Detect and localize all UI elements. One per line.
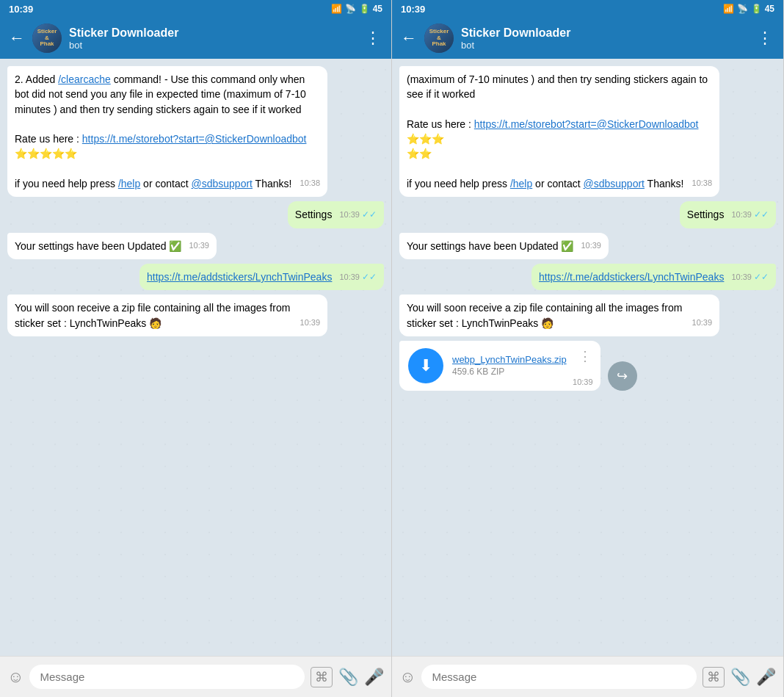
message-left-3: Your settings have been Updated ✅ 10:39 (7, 233, 217, 259)
sdbsupport-link-right[interactable]: @sdbsupport (584, 178, 645, 189)
attach-icon-left[interactable]: 📎 (338, 668, 358, 687)
wifi-icon-left: 📡 (345, 4, 356, 14)
header-info-right: Sticker Downloader bot (461, 26, 749, 51)
chat-header-right: ← Sticker&Phak Sticker Downloader bot ⋮ (392, 18, 783, 59)
input-bar-right: ☺ ⌘ 📎 🎤 (392, 656, 783, 697)
message-right-3: Your settings have been Updated ✅ 10:39 (399, 233, 609, 259)
sticker-icon-left[interactable]: ☺ (7, 668, 23, 687)
settings-updated-left: Your settings have been Updated ✅ (15, 240, 181, 252)
clearcache-link[interactable]: /clearcache (58, 73, 111, 85)
right-chat-panel: 10:39 📶 📡 🔋 45 ← Sticker&Phak Sticker Do… (392, 0, 784, 697)
file-download-icon[interactable]: ⬇ (408, 348, 443, 383)
time-msg-right-3: 10:39 (581, 240, 601, 252)
time-msg-right-2: 10:39 ✓✓ (731, 209, 769, 221)
time-msg-left-5: 10:39 (300, 317, 321, 329)
mic-icon-left[interactable]: 🎤 (364, 668, 384, 687)
double-check-right-4: ✓✓ (754, 272, 769, 282)
status-icons-right: 📶 📡 🔋 45 (723, 4, 774, 14)
settings-text-right: Settings (687, 209, 725, 220)
message-left-1: 2. Added /clearcache command! - Use this… (7, 66, 327, 197)
share-button-right[interactable]: ↪ (608, 361, 637, 391)
bot-label-right: bot (461, 40, 749, 51)
message-left-4: https://t.me/addstickers/LynchTwinPeaks … (139, 264, 384, 290)
message-input-left[interactable] (29, 665, 305, 689)
message-right-2: Settings 10:39 ✓✓ (680, 201, 776, 228)
attach-icon-right[interactable]: 📎 (730, 668, 750, 687)
double-check-right-2: ✓✓ (754, 209, 769, 220)
settings-updated-right: Your settings have been Updated ✅ (407, 240, 573, 252)
slash-icon-left[interactable]: ⌘ (311, 667, 333, 687)
zip-msg-right: You will soon receive a zip file contain… (407, 302, 682, 328)
help-link-left[interactable]: /help (118, 178, 140, 189)
status-icons-left: 📶 📡 🔋 45 (331, 4, 382, 14)
bot-name-left: Sticker Downloader (69, 26, 357, 40)
addstickers-link-right[interactable]: https://t.me/addstickers/LynchTwinPeaks (539, 271, 724, 283)
bot-name-right: Sticker Downloader (461, 26, 749, 40)
double-check-left-2: ✓✓ (362, 209, 377, 220)
file-more-icon[interactable]: ⋮ (578, 348, 592, 364)
signal-icon-left: 📶 (331, 4, 342, 14)
header-info-left: Sticker Downloader bot (69, 26, 357, 51)
battery-right: 🔋 45 (751, 4, 774, 14)
time-msg-right-5: 10:39 (692, 317, 713, 329)
message-left-2: Settings 10:39 ✓✓ (288, 201, 384, 228)
time-msg-left-1: 10:38 (300, 178, 321, 189)
time-msg-left-3: 10:39 (189, 240, 209, 252)
zip-msg-left: You will soon receive a zip file contain… (15, 302, 290, 328)
help-link-right[interactable]: /help (510, 178, 532, 189)
double-check-left-4: ✓✓ (362, 272, 377, 282)
signal-icon-right: 📶 (723, 4, 734, 14)
chat-body-left: 2. Added /clearcache command! - Use this… (0, 59, 391, 656)
addstickers-link-left[interactable]: https://t.me/addstickers/LynchTwinPeaks (147, 271, 332, 283)
message-right-5: You will soon receive a zip file contain… (399, 295, 719, 336)
filename-right[interactable]: webp_LynchTwinPeaks.zip (452, 354, 567, 365)
time-msg-left-4: 10:39 ✓✓ (339, 271, 377, 284)
time-msg-left-2: 10:39 ✓✓ (339, 209, 377, 221)
battery-left: 🔋 45 (359, 4, 382, 14)
chat-body-right: (maximum of 7-10 minutes ) and then try … (392, 59, 783, 656)
wifi-icon-right: 📡 (737, 4, 748, 14)
back-button-left[interactable]: ← (9, 29, 25, 48)
time-msg-right-4: 10:39 ✓✓ (731, 271, 769, 284)
sdbsupport-link-left[interactable]: @sdbsupport (192, 178, 253, 189)
message-left-5: You will soon receive a zip file contain… (7, 295, 327, 336)
file-message-right: ⬇ webp_LynchTwinPeaks.zip 459.6 KB ZIP ⋮… (399, 341, 600, 391)
time-msg-right-1: 10:38 (692, 178, 713, 189)
storebot-link-left[interactable]: https://t.me/storebot?start=@StickerDown… (82, 133, 307, 145)
file-info-right: webp_LynchTwinPeaks.zip 459.6 KB ZIP (452, 354, 567, 377)
time-file-right: 10:39 (573, 378, 593, 386)
slash-icon-right[interactable]: ⌘ (703, 667, 725, 687)
more-menu-right[interactable]: ⋮ (757, 29, 774, 48)
chat-header-left: ← Sticker&Phak Sticker Downloader bot ⋮ (0, 18, 391, 59)
message-input-right[interactable] (421, 665, 697, 689)
mic-icon-right[interactable]: 🎤 (756, 668, 776, 687)
input-bar-left: ☺ ⌘ 📎 🎤 (0, 656, 391, 697)
file-row-right: ⬇ webp_LynchTwinPeaks.zip 459.6 KB ZIP ⋮… (399, 341, 637, 391)
avatar-right: Sticker&Phak (424, 24, 454, 53)
storebot-link-right[interactable]: https://t.me/storebot?start=@StickerDown… (474, 118, 699, 130)
left-chat-panel: 10:39 📶 📡 🔋 45 ← Sticker&Phak Sticker Do… (0, 0, 392, 697)
sticker-icon-right[interactable]: ☺ (399, 668, 415, 687)
more-menu-left[interactable]: ⋮ (365, 29, 382, 48)
message-right-4: https://t.me/addstickers/LynchTwinPeaks … (531, 264, 776, 290)
time-right: 10:39 (401, 4, 425, 15)
message-right-1: (maximum of 7-10 minutes ) and then try … (399, 66, 719, 197)
back-button-right[interactable]: ← (401, 29, 417, 48)
status-bar-right: 10:39 📶 📡 🔋 45 (392, 0, 783, 18)
avatar-left: Sticker&Phak (32, 24, 62, 53)
time-left: 10:39 (9, 4, 33, 15)
settings-text-left: Settings (295, 209, 333, 220)
filesize-right: 459.6 KB ZIP (452, 366, 567, 377)
status-bar-left: 10:39 📶 📡 🔋 45 (0, 0, 391, 18)
bot-label-left: bot (69, 40, 357, 51)
